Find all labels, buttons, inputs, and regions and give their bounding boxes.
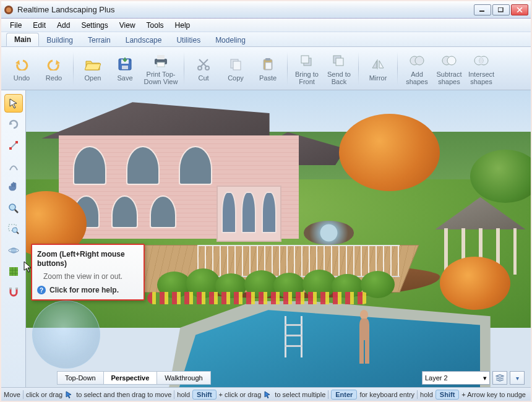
app-icon — [4, 5, 14, 15]
copy-icon — [228, 56, 244, 72]
ribbon: Undo Redo Open Save Print Top-Down View … — [1, 47, 531, 90]
zoom-tool[interactable] — [4, 199, 23, 218]
printer-icon — [153, 53, 169, 69]
mirror-button[interactable]: Mirror — [363, 51, 393, 87]
undo-button[interactable]: Undo — [6, 51, 37, 87]
svg-point-27 — [479, 57, 483, 64]
pan-tool[interactable] — [4, 178, 23, 197]
grid-tool[interactable] — [4, 262, 23, 281]
open-button[interactable]: Open — [77, 51, 108, 87]
bring-to-front-button[interactable]: Bring to Front — [291, 51, 322, 87]
tab-utilities[interactable]: Utilities — [169, 34, 208, 46]
svg-rect-36 — [9, 288, 12, 289]
zoom-selection-tool[interactable] — [4, 220, 23, 239]
window-title: Realtime Landscaping Plus — [17, 5, 474, 14]
menu-add[interactable]: Add — [52, 20, 75, 31]
app-window: Realtime Landscaping Plus File Edit Add … — [0, 0, 532, 402]
shift-key-chip: Shift — [435, 390, 459, 400]
svg-rect-8 — [157, 55, 165, 59]
close-button[interactable] — [511, 4, 528, 15]
print-button[interactable]: Print Top-Down View — [142, 51, 180, 87]
status-mode: Move — [4, 391, 20, 398]
svg-rect-37 — [15, 288, 18, 289]
svg-rect-13 — [233, 61, 241, 70]
tab-modeling[interactable]: Modeling — [208, 34, 253, 46]
add-shapes-button[interactable]: Add shapes — [401, 51, 432, 87]
view-walkthrough[interactable]: Walkthrough — [157, 371, 210, 385]
zoom-tooltip: Zoom (Left+Right mouse buttons) Zoom the… — [31, 244, 145, 301]
svg-rect-28 — [9, 147, 12, 150]
svg-point-22 — [415, 56, 424, 65]
copy-button[interactable]: Copy — [220, 51, 251, 87]
mirror-icon — [370, 56, 386, 72]
menu-settings[interactable]: Settings — [76, 20, 113, 31]
intersect-shapes-button[interactable]: Intersect shapes — [466, 51, 497, 87]
ribbon-tabs: Main Building Terrain Landscape Utilitie… — [1, 32, 531, 47]
tool-sidebar — [1, 90, 26, 387]
send-back-icon — [331, 53, 347, 69]
tooltip-help-link[interactable]: ?Click for more help. — [37, 286, 139, 294]
scene-render — [26, 90, 531, 387]
svg-rect-16 — [265, 62, 272, 69]
cut-button[interactable]: Cut — [188, 51, 219, 87]
svg-rect-29 — [15, 141, 18, 143]
menu-help[interactable]: Help — [170, 20, 195, 31]
minimize-button[interactable] — [474, 4, 491, 15]
redo-icon — [46, 56, 62, 72]
layer-more-button[interactable]: ▾ — [510, 371, 525, 385]
save-button[interactable]: Save — [109, 51, 140, 87]
view-mode-tabs: Top-Down Perspective Walkthrough — [57, 371, 211, 385]
layer-dropdown[interactable]: Layer 2▾ — [422, 371, 490, 385]
send-to-back-button[interactable]: Send to Back — [324, 51, 354, 87]
navigation-pad[interactable] — [32, 301, 100, 369]
bring-front-icon — [299, 53, 315, 69]
snap-tool[interactable] — [4, 283, 23, 302]
svg-rect-2 — [479, 11, 484, 12]
subtract-shapes-button[interactable]: Subtract shapes — [434, 51, 465, 87]
menu-file[interactable]: File — [5, 20, 27, 31]
svg-rect-3 — [498, 7, 503, 12]
tab-main[interactable]: Main — [6, 33, 39, 46]
help-icon: ? — [37, 286, 46, 294]
rotate-tool[interactable] — [4, 115, 23, 134]
tooltip-description: Zoom the view in or out. — [43, 272, 139, 281]
folder-open-icon — [85, 56, 101, 72]
tab-terrain[interactable]: Terrain — [80, 34, 118, 46]
redo-button[interactable]: Redo — [38, 51, 69, 87]
save-icon — [117, 56, 133, 72]
menu-tools[interactable]: Tools — [142, 20, 169, 31]
svg-rect-20 — [336, 58, 343, 66]
cursor-icon — [65, 390, 74, 399]
tab-building[interactable]: Building — [39, 34, 80, 46]
cursor-icon — [264, 390, 272, 399]
orbit-tool[interactable] — [4, 241, 23, 260]
titlebar: Realtime Landscaping Plus — [1, 1, 531, 19]
enter-key-chip: Enter — [331, 390, 357, 400]
svg-point-32 — [12, 228, 17, 233]
svg-rect-6 — [122, 66, 128, 69]
viewport-3d[interactable]: Top-Down Perspective Walkthrough Layer 2… — [26, 90, 531, 387]
tab-landscape[interactable]: Landscape — [118, 34, 169, 46]
menu-bar: File Edit Add Settings View Tools Help — [1, 19, 531, 32]
svg-point-1 — [6, 7, 11, 12]
tooltip-title: Zoom (Left+Right mouse buttons) — [37, 250, 139, 268]
svg-point-24 — [447, 56, 456, 65]
layer-manager-button[interactable] — [492, 371, 507, 385]
svg-rect-35 — [9, 267, 18, 276]
select-tool[interactable] — [4, 94, 23, 113]
view-perspective[interactable]: Perspective — [104, 371, 158, 385]
add-shapes-icon — [409, 53, 425, 69]
shift-key-chip: Shift — [192, 390, 216, 400]
paste-button[interactable]: Paste — [252, 51, 283, 87]
layer-controls: Layer 2▾ ▾ — [422, 371, 525, 385]
move-point-tool[interactable] — [4, 136, 23, 155]
view-top-down[interactable]: Top-Down — [57, 371, 104, 385]
intersect-shapes-icon — [473, 53, 489, 69]
curve-tool[interactable] — [4, 157, 23, 176]
status-bar: Move click or drag to select and then dr… — [1, 387, 531, 401]
work-area: Top-Down Perspective Walkthrough Layer 2… — [1, 90, 531, 387]
menu-view[interactable]: View — [114, 20, 140, 31]
maximize-button[interactable] — [492, 4, 510, 15]
menu-edit[interactable]: Edit — [28, 20, 51, 31]
scissors-icon — [195, 56, 212, 72]
